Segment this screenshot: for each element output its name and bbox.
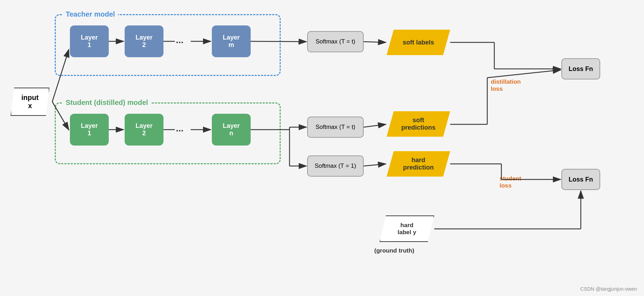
softmax-student-1-label: Softmax (T = 1) xyxy=(315,162,356,170)
softmax-teacher-label: Softmax (T = t) xyxy=(316,38,356,45)
teacher-layer-2: Layer2 xyxy=(125,25,163,57)
student-model-label: Student (distilled) model xyxy=(63,99,151,107)
diagram: Teacher model Student (distilled) model … xyxy=(0,0,644,296)
hard-label-box: hardlabel y xyxy=(380,215,434,242)
hard-prediction-box: hardprediction xyxy=(387,151,450,177)
loss-fn-1-label: Loss Fn xyxy=(568,65,593,73)
distillation-loss-label: distillationloss xyxy=(491,78,521,93)
svg-line-17 xyxy=(364,164,386,166)
soft-predictions-text: softpredictions xyxy=(401,117,435,131)
input-box: inputx xyxy=(11,88,49,116)
soft-predictions-box: softpredictions xyxy=(387,111,450,137)
student-layer-2: Layer2 xyxy=(125,114,163,146)
loss-fn-2: Loss Fn xyxy=(561,169,600,190)
student-layer-1: Layer1 xyxy=(70,114,109,146)
loss-fn-1: Loss Fn xyxy=(561,58,600,79)
watermark: CSDN @tangjunjun-owen xyxy=(580,286,637,292)
teacher-dots: ... xyxy=(176,35,184,46)
soft-labels-box: soft labels xyxy=(387,30,450,55)
teacher-model-label: Teacher model xyxy=(63,10,118,18)
softmax-student-t: Softmax (T = t) xyxy=(307,117,364,138)
svg-line-15 xyxy=(364,42,386,42)
ground-truth-label: (ground truth) xyxy=(374,247,414,254)
soft-labels-text: soft labels xyxy=(402,39,434,46)
loss-fn-2-label: Loss Fn xyxy=(568,176,593,183)
input-label: inputx xyxy=(22,94,39,110)
student-layer-n: Layern xyxy=(212,114,251,146)
hard-prediction-text: hardprediction xyxy=(403,156,434,171)
student-dots: ... xyxy=(176,123,184,134)
softmax-student-t-label: Softmax (T = t) xyxy=(316,124,356,131)
teacher-layer-m: Layerm xyxy=(212,25,251,57)
teacher-layer-1: Layer1 xyxy=(70,25,109,57)
svg-line-23 xyxy=(487,70,561,78)
softmax-student-1: Softmax (T = 1) xyxy=(307,155,364,177)
svg-line-16 xyxy=(364,124,386,127)
student-loss-label: studentloss xyxy=(500,175,521,189)
hard-label-text: hardlabel y xyxy=(398,222,416,236)
softmax-teacher: Softmax (T = t) xyxy=(307,31,364,52)
